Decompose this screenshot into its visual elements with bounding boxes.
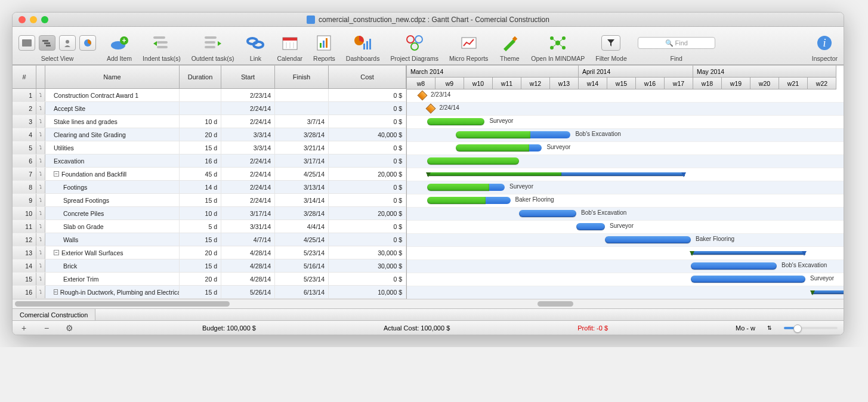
duration-cell[interactable]: 20 d	[180, 128, 221, 141]
finish-cell[interactable]	[275, 102, 329, 115]
gantt-bar[interactable]	[519, 210, 576, 217]
finish-cell[interactable]: 4/25/14	[275, 233, 329, 246]
remove-row-button[interactable]: −	[41, 323, 52, 333]
task-row[interactable]: 16⤵−Rough-in Ductwork, Plumbing and Elec…	[13, 286, 406, 299]
finish-cell[interactable]: 5/16/14	[275, 259, 329, 272]
duration-cell[interactable]: 15 d	[180, 141, 221, 154]
inspector-button[interactable]: i Inspector	[812, 32, 838, 62]
start-cell[interactable]: 3/31/14	[221, 220, 275, 233]
reports-button[interactable]: Reports	[313, 32, 335, 62]
cost-cell[interactable]: 0 $	[329, 102, 406, 115]
task-row[interactable]: 4⤵Clearing and Site Grading20 d3/3/143/2…	[13, 128, 406, 141]
col-header-duration[interactable]: Duration	[180, 66, 221, 89]
cost-cell[interactable]: 0 $	[329, 220, 406, 233]
start-cell[interactable]: 2/24/14	[221, 102, 275, 115]
task-name-cell[interactable]: Spread Footings	[45, 194, 180, 206]
view-resource-button[interactable]	[59, 35, 76, 51]
search-input[interactable]: 🔍 Find	[638, 37, 715, 49]
project-diagrams-button[interactable]: Project Diagrams	[390, 32, 438, 62]
row-expand-icon[interactable]: ⤵	[36, 102, 45, 115]
row-expand-icon[interactable]: ⤵	[36, 194, 45, 206]
summary-bar[interactable]	[561, 172, 685, 176]
gantt-bar[interactable]	[605, 236, 691, 243]
calendar-button[interactable]: Calendar	[277, 32, 302, 62]
cost-cell[interactable]: 0 $	[329, 141, 406, 154]
task-name-cell[interactable]: Concrete Piles	[45, 207, 180, 219]
cost-cell[interactable]: 10,000 $	[329, 286, 406, 298]
task-row[interactable]: 15⤵Exterior Trim20 d4/28/145/23/140 $	[13, 273, 406, 286]
row-expand-icon[interactable]: ⤵	[36, 168, 45, 180]
finish-cell[interactable]: 4/25/14	[275, 168, 329, 180]
view-chart-button[interactable]	[79, 35, 96, 51]
duration-cell[interactable]: 20 d	[180, 246, 221, 259]
task-name-cell[interactable]: −Exterior Wall Surfaces	[45, 246, 180, 259]
outdent-button[interactable]: Outdent task(s)	[191, 32, 234, 62]
cost-cell[interactable]: 20,000 $	[329, 168, 406, 180]
filter-mode-button[interactable]: Filter Mode	[595, 32, 627, 62]
task-name-cell[interactable]: Construction Contract Award 1	[45, 89, 180, 101]
task-row[interactable]: 6⤵Excavation16 d2/24/143/17/140 $	[13, 154, 406, 168]
cost-cell[interactable]: 30,000 $	[329, 246, 406, 259]
cost-cell[interactable]: 0 $	[329, 115, 406, 128]
row-expand-icon[interactable]: ⤵	[36, 273, 45, 285]
duration-cell[interactable]: 14 d	[180, 181, 221, 193]
summary-bar[interactable]	[811, 290, 844, 294]
start-cell[interactable]: 3/3/14	[221, 128, 275, 141]
finish-cell[interactable]: 5/23/14	[275, 246, 329, 259]
add-item-button[interactable]: + Add Item	[107, 32, 132, 62]
start-cell[interactable]: 4/7/14	[221, 233, 275, 246]
summary-bar[interactable]	[691, 251, 805, 255]
col-header-finish[interactable]: Finish	[275, 66, 329, 89]
open-mindmap-button[interactable]: Open In MINDMAP	[531, 32, 585, 62]
finish-cell[interactable]	[275, 89, 329, 101]
finish-cell[interactable]: 5/23/14	[275, 273, 329, 285]
gantt-bar-remaining[interactable]	[529, 144, 542, 151]
task-row[interactable]: 12⤵Walls15 d4/7/144/25/140 $	[13, 233, 406, 246]
task-name-cell[interactable]: Utilities	[45, 141, 180, 154]
duration-cell[interactable]	[180, 89, 221, 101]
finish-cell[interactable]: 3/28/14	[275, 207, 329, 219]
cost-cell[interactable]: 40,000 $	[329, 128, 406, 141]
add-row-button[interactable]: +	[18, 323, 29, 333]
task-row[interactable]: 9⤵Spread Footings15 d2/24/143/14/140 $	[13, 194, 406, 207]
start-cell[interactable]: 4/28/14	[221, 259, 275, 272]
task-row[interactable]: 5⤵Utilities15 d3/3/143/21/140 $	[13, 141, 406, 154]
start-cell[interactable]: 4/28/14	[221, 246, 275, 259]
duration-cell[interactable]: 10 d	[180, 115, 221, 128]
duration-cell[interactable]: 15 d	[180, 233, 221, 246]
row-expand-icon[interactable]: ⤵	[36, 286, 45, 298]
finish-cell[interactable]: 3/14/14	[275, 194, 329, 206]
finish-cell[interactable]: 3/21/14	[275, 141, 329, 154]
cost-cell[interactable]: 30,000 $	[329, 259, 406, 272]
view-table-button[interactable]	[18, 35, 35, 51]
gantt-bar-remaining[interactable]	[486, 197, 511, 204]
cost-cell[interactable]: 0 $	[329, 181, 406, 193]
task-name-cell[interactable]: Exterior Trim	[45, 273, 180, 285]
task-name-cell[interactable]: Clearing and Site Grading	[45, 128, 180, 141]
task-row[interactable]: 3⤵Stake lines and grades10 d2/24/143/7/1…	[13, 115, 406, 128]
row-expand-icon[interactable]: ⤵	[36, 154, 45, 167]
task-row[interactable]: 11⤵Slab on Grade5 d3/31/144/4/140 $	[13, 220, 406, 233]
start-cell[interactable]: 3/17/14	[221, 207, 275, 219]
gantt-bar[interactable]	[427, 157, 519, 165]
start-cell[interactable]: 4/28/14	[221, 273, 275, 285]
col-header-cost[interactable]: Cost	[329, 66, 406, 89]
task-row[interactable]: 1⤵Construction Contract Award 12/23/140 …	[13, 89, 406, 102]
duration-cell[interactable]: 15 d	[180, 194, 221, 206]
task-row[interactable]: 10⤵Concrete Piles10 d3/17/143/28/1420,00…	[13, 207, 406, 220]
duration-cell[interactable]: 5 d	[180, 220, 221, 233]
start-cell[interactable]: 2/24/14	[221, 168, 275, 180]
task-row[interactable]: 14⤵Brick15 d4/28/145/16/1430,000 $	[13, 259, 406, 273]
zoom-slider[interactable]	[784, 327, 838, 329]
row-expand-icon[interactable]: ⤵	[36, 115, 45, 128]
gantt-bar[interactable]	[691, 262, 777, 270]
sheet-tab[interactable]: Comercial Construction	[13, 309, 95, 320]
milestone-marker[interactable]	[426, 104, 436, 114]
row-expand-icon[interactable]: ⤵	[36, 141, 45, 154]
task-row[interactable]: 8⤵Footings14 d2/24/143/13/140 $	[13, 181, 406, 194]
gantt-bar-remaining[interactable]	[489, 184, 505, 191]
task-name-cell[interactable]: Accept Site	[45, 102, 180, 115]
task-row[interactable]: 13⤵−Exterior Wall Surfaces20 d4/28/145/2…	[13, 246, 406, 259]
gantt-chart-area[interactable]: 2/23/142/24/14SurveyorBob's ExcavationSu…	[407, 89, 844, 299]
finish-cell[interactable]: 3/13/14	[275, 181, 329, 193]
